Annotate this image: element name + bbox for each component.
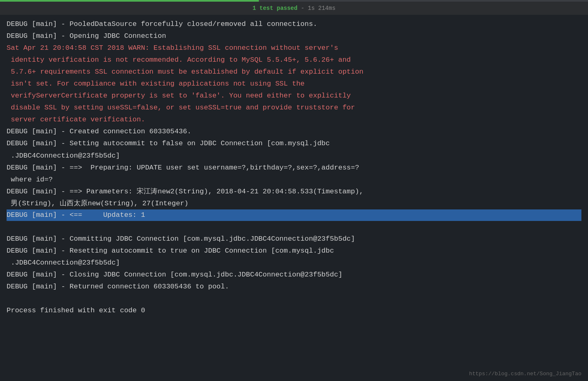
console-line: DEBUG [main] - Resetting autocommit to t… [7, 247, 334, 255]
progress-bar-container [0, 0, 588, 2]
warn-line: Sat Apr 21 20:04:58 CST 2018 WARN: Estab… [7, 44, 338, 52]
warn-line: disable SSL by setting useSSL=false, or … [7, 104, 355, 112]
console-line: 男(String), 山西太原new(String), 27(Integer) [7, 200, 188, 207]
highlight-line: DEBUG [main] - <== Updates: 1 [7, 209, 581, 221]
top-bar: 1 test passed - 1s 214ms [0, 0, 588, 15]
passed-label: 1 test passed [253, 5, 297, 12]
warn-line: isn't set. For compliance with existing … [7, 80, 304, 88]
progress-bar-fill [0, 0, 259, 2]
console-line: DEBUG [main] - Opening JDBC Connection [7, 32, 166, 40]
console-line: DEBUG [main] - Created connection 603305… [7, 128, 191, 135]
console-line: Process finished with exit code 0 [7, 307, 145, 314]
console-line: DEBUG [main] - ==> Preparing: UPDATE use… [7, 164, 359, 172]
console-line: .JDBC4Connection@23f5b5dc] [7, 152, 120, 160]
warn-line: verifyServerCertificate property is set … [7, 92, 351, 100]
console-line: DEBUG [main] - PooledDataSource forceful… [7, 20, 317, 28]
console-line: DEBUG [main] - ==> Parameters: 宋江涛new2(S… [7, 188, 363, 195]
console-line: where id=? [7, 176, 53, 184]
test-status: 1 test passed - 1s 214ms [253, 5, 336, 12]
console-line: DEBUG [main] - Closing JDBC Connection [… [7, 271, 342, 279]
footer-url: https://blog.csdn.net/Song_JiangTao [469, 371, 581, 377]
test-time: - 1s 214ms [301, 5, 335, 12]
console-line: DEBUG [main] - Committing JDBC Connectio… [7, 235, 355, 243]
console-line: DEBUG [main] - Returned connection 60330… [7, 283, 229, 290]
console-line: .JDBC4Connection@23f5b5dc] [7, 259, 120, 267]
warn-line: server certificate verification. [7, 116, 145, 123]
console: DEBUG [main] - PooledDataSource forceful… [0, 15, 588, 320]
console-line: DEBUG [main] - Setting autocommit to fal… [7, 139, 330, 147]
warn-line: 5.7.6+ requirements SSL connection must … [7, 68, 363, 76]
warn-line: identity verification is not recommended… [7, 56, 351, 64]
